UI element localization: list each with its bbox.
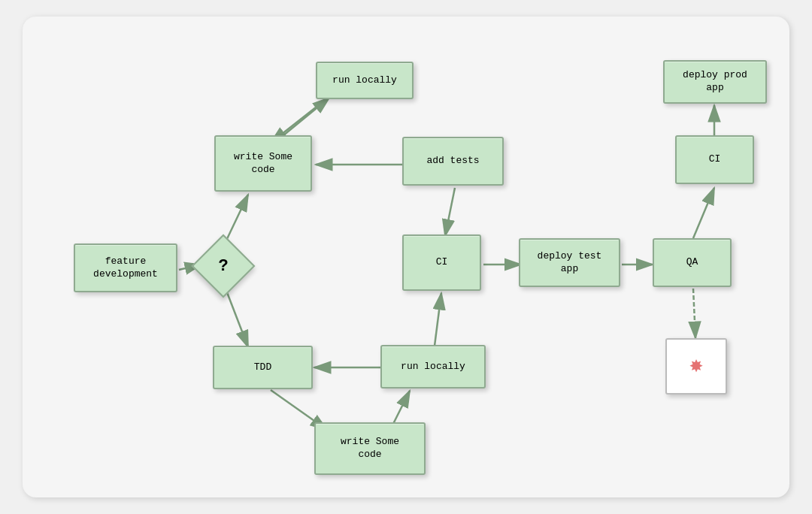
node-tdd: TDD	[213, 346, 313, 389]
node-run-locally-bottom: run locally	[380, 345, 486, 389]
svg-line-7	[226, 195, 248, 242]
node-deploy-prod-app: deploy prodapp	[663, 60, 767, 104]
node-star-box: ✸	[665, 338, 727, 395]
node-deploy-test-app: deploy testapp	[519, 238, 620, 287]
svg-line-11	[693, 188, 714, 238]
node-add-tests: add tests	[402, 137, 504, 186]
svg-line-8	[226, 289, 248, 347]
svg-line-14	[435, 293, 441, 346]
node-ci-middle: CI	[402, 234, 481, 291]
node-write-some-code-bottom: write Somecode	[314, 422, 426, 475]
node-ci-top-right: CI	[675, 135, 754, 184]
svg-line-5	[445, 188, 455, 236]
svg-line-17	[693, 289, 695, 338]
node-write-some-code-top: write Somecode	[214, 135, 312, 192]
node-decision: ?	[198, 240, 249, 292]
node-run-locally-top: run locally	[316, 62, 414, 99]
node-feature-development: featuredevelopment	[74, 243, 177, 292]
diagram-container: run locally write Somecode add tests fea…	[23, 17, 789, 497]
node-qa: QA	[653, 238, 732, 287]
